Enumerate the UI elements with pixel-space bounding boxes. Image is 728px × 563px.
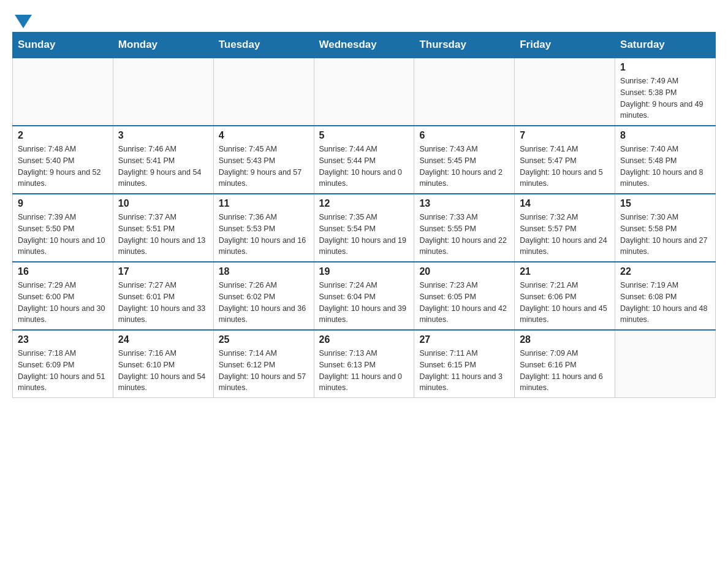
day-number: 16: [18, 266, 108, 277]
calendar-day-cell: 22Sunrise: 7:19 AM Sunset: 6:08 PM Dayli…: [615, 262, 716, 330]
day-number: 19: [319, 266, 409, 277]
day-number: 20: [419, 266, 509, 277]
day-of-week-header: Sunday: [13, 33, 113, 58]
day-number: 18: [219, 266, 309, 277]
calendar-day-cell: 26Sunrise: 7:13 AM Sunset: 6:13 PM Dayli…: [314, 330, 414, 398]
calendar-day-cell: 3Sunrise: 7:46 AM Sunset: 5:41 PM Daylig…: [113, 126, 213, 194]
calendar-day-cell: [414, 58, 515, 126]
day-info: Sunrise: 7:44 AM Sunset: 5:44 PM Dayligh…: [319, 144, 409, 190]
day-number: 24: [118, 334, 208, 345]
calendar-day-cell: 18Sunrise: 7:26 AM Sunset: 6:02 PM Dayli…: [213, 262, 314, 330]
day-info: Sunrise: 7:09 AM Sunset: 6:16 PM Dayligh…: [520, 348, 610, 394]
calendar-day-cell: 15Sunrise: 7:30 AM Sunset: 5:58 PM Dayli…: [615, 194, 716, 262]
calendar-day-cell: 12Sunrise: 7:35 AM Sunset: 5:54 PM Dayli…: [314, 194, 414, 262]
day-of-week-header: Tuesday: [213, 33, 314, 58]
day-info: Sunrise: 7:41 AM Sunset: 5:47 PM Dayligh…: [520, 144, 610, 190]
day-info: Sunrise: 7:14 AM Sunset: 6:12 PM Dayligh…: [219, 348, 309, 394]
day-info: Sunrise: 7:24 AM Sunset: 6:04 PM Dayligh…: [319, 280, 409, 326]
day-info: Sunrise: 7:18 AM Sunset: 6:09 PM Dayligh…: [18, 348, 108, 394]
calendar-day-cell: 21Sunrise: 7:21 AM Sunset: 6:06 PM Dayli…: [515, 262, 615, 330]
day-info: Sunrise: 7:36 AM Sunset: 5:53 PM Dayligh…: [219, 212, 309, 258]
calendar-header-row: SundayMondayTuesdayWednesdayThursdayFrid…: [13, 33, 716, 58]
day-number: 5: [319, 130, 409, 141]
day-number: 7: [520, 130, 610, 141]
day-of-week-header: Thursday: [414, 33, 515, 58]
day-info: Sunrise: 7:43 AM Sunset: 5:45 PM Dayligh…: [419, 144, 509, 190]
day-number: 22: [620, 266, 710, 277]
day-info: Sunrise: 7:26 AM Sunset: 6:02 PM Dayligh…: [219, 280, 309, 326]
day-info: Sunrise: 7:33 AM Sunset: 5:55 PM Dayligh…: [419, 212, 509, 258]
day-of-week-header: Wednesday: [314, 33, 414, 58]
day-number: 6: [419, 130, 509, 141]
day-number: 14: [520, 198, 610, 209]
day-info: Sunrise: 7:37 AM Sunset: 5:51 PM Dayligh…: [118, 212, 208, 258]
day-of-week-header: Friday: [515, 33, 615, 58]
day-number: 13: [419, 198, 509, 209]
day-info: Sunrise: 7:48 AM Sunset: 5:40 PM Dayligh…: [18, 144, 108, 190]
calendar-day-cell: 2Sunrise: 7:48 AM Sunset: 5:40 PM Daylig…: [13, 126, 113, 194]
day-number: 15: [620, 198, 710, 209]
calendar-day-cell: 13Sunrise: 7:33 AM Sunset: 5:55 PM Dayli…: [414, 194, 515, 262]
calendar-day-cell: 8Sunrise: 7:40 AM Sunset: 5:48 PM Daylig…: [615, 126, 716, 194]
calendar-day-cell: 1Sunrise: 7:49 AM Sunset: 5:38 PM Daylig…: [615, 58, 716, 126]
day-info: Sunrise: 7:49 AM Sunset: 5:38 PM Dayligh…: [620, 75, 710, 121]
calendar-day-cell: 14Sunrise: 7:32 AM Sunset: 5:57 PM Dayli…: [515, 194, 615, 262]
day-number: 21: [520, 266, 610, 277]
day-number: 23: [18, 334, 108, 345]
calendar-day-cell: 10Sunrise: 7:37 AM Sunset: 5:51 PM Dayli…: [113, 194, 213, 262]
day-of-week-header: Saturday: [615, 33, 716, 58]
day-number: 26: [319, 334, 409, 345]
calendar-day-cell: 5Sunrise: 7:44 AM Sunset: 5:44 PM Daylig…: [314, 126, 414, 194]
calendar-week-row: 16Sunrise: 7:29 AM Sunset: 6:00 PM Dayli…: [13, 262, 716, 330]
day-number: 12: [319, 198, 409, 209]
day-info: Sunrise: 7:32 AM Sunset: 5:57 PM Dayligh…: [520, 212, 610, 258]
page-header: [12, 12, 716, 26]
logo-triangle-icon: [15, 15, 32, 28]
calendar-week-row: 9Sunrise: 7:39 AM Sunset: 5:50 PM Daylig…: [13, 194, 716, 262]
calendar-week-row: 23Sunrise: 7:18 AM Sunset: 6:09 PM Dayli…: [13, 330, 716, 398]
day-number: 3: [118, 130, 208, 141]
day-number: 27: [419, 334, 509, 345]
day-info: Sunrise: 7:16 AM Sunset: 6:10 PM Dayligh…: [118, 348, 208, 394]
day-info: Sunrise: 7:39 AM Sunset: 5:50 PM Dayligh…: [18, 212, 108, 258]
day-info: Sunrise: 7:30 AM Sunset: 5:58 PM Dayligh…: [620, 212, 710, 258]
day-info: Sunrise: 7:23 AM Sunset: 6:05 PM Dayligh…: [419, 280, 509, 326]
day-info: Sunrise: 7:35 AM Sunset: 5:54 PM Dayligh…: [319, 212, 409, 258]
calendar-day-cell: 24Sunrise: 7:16 AM Sunset: 6:10 PM Dayli…: [113, 330, 213, 398]
calendar-day-cell: [113, 58, 213, 126]
calendar-day-cell: 25Sunrise: 7:14 AM Sunset: 6:12 PM Dayli…: [213, 330, 314, 398]
day-info: Sunrise: 7:46 AM Sunset: 5:41 PM Dayligh…: [118, 144, 208, 190]
day-number: 25: [219, 334, 309, 345]
calendar-day-cell: 6Sunrise: 7:43 AM Sunset: 5:45 PM Daylig…: [414, 126, 515, 194]
calendar-day-cell: 11Sunrise: 7:36 AM Sunset: 5:53 PM Dayli…: [213, 194, 314, 262]
calendar-day-cell: [13, 58, 113, 126]
day-number: 28: [520, 334, 610, 345]
calendar-week-row: 1Sunrise: 7:49 AM Sunset: 5:38 PM Daylig…: [13, 58, 716, 126]
logo: [12, 12, 32, 26]
day-info: Sunrise: 7:27 AM Sunset: 6:01 PM Dayligh…: [118, 280, 208, 326]
day-number: 4: [219, 130, 309, 141]
calendar-table: SundayMondayTuesdayWednesdayThursdayFrid…: [12, 32, 716, 398]
calendar-day-cell: [615, 330, 716, 398]
calendar-day-cell: [515, 58, 615, 126]
calendar-day-cell: 9Sunrise: 7:39 AM Sunset: 5:50 PM Daylig…: [13, 194, 113, 262]
calendar-day-cell: 4Sunrise: 7:45 AM Sunset: 5:43 PM Daylig…: [213, 126, 314, 194]
day-info: Sunrise: 7:13 AM Sunset: 6:13 PM Dayligh…: [319, 348, 409, 394]
day-number: 2: [18, 130, 108, 141]
day-info: Sunrise: 7:29 AM Sunset: 6:00 PM Dayligh…: [18, 280, 108, 326]
calendar-day-cell: [213, 58, 314, 126]
day-number: 17: [118, 266, 208, 277]
day-number: 11: [219, 198, 309, 209]
calendar-day-cell: 27Sunrise: 7:11 AM Sunset: 6:15 PM Dayli…: [414, 330, 515, 398]
calendar-day-cell: 20Sunrise: 7:23 AM Sunset: 6:05 PM Dayli…: [414, 262, 515, 330]
day-number: 1: [620, 62, 710, 73]
day-info: Sunrise: 7:45 AM Sunset: 5:43 PM Dayligh…: [219, 144, 309, 190]
calendar-week-row: 2Sunrise: 7:48 AM Sunset: 5:40 PM Daylig…: [13, 126, 716, 194]
day-number: 9: [18, 198, 108, 209]
day-number: 8: [620, 130, 710, 141]
calendar-day-cell: 28Sunrise: 7:09 AM Sunset: 6:16 PM Dayli…: [515, 330, 615, 398]
day-info: Sunrise: 7:21 AM Sunset: 6:06 PM Dayligh…: [520, 280, 610, 326]
calendar-day-cell: 7Sunrise: 7:41 AM Sunset: 5:47 PM Daylig…: [515, 126, 615, 194]
calendar-day-cell: 16Sunrise: 7:29 AM Sunset: 6:00 PM Dayli…: [13, 262, 113, 330]
day-info: Sunrise: 7:19 AM Sunset: 6:08 PM Dayligh…: [620, 280, 710, 326]
